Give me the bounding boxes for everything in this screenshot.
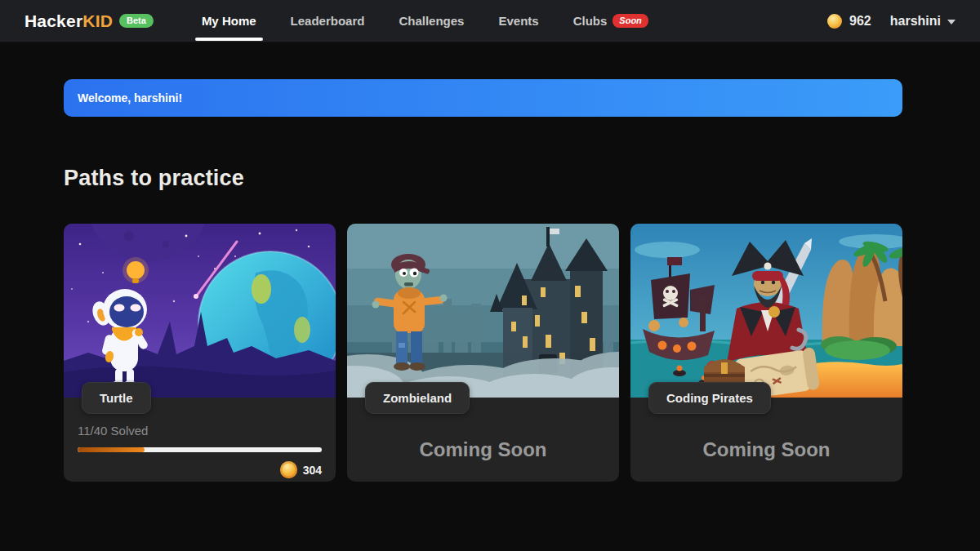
progress-fill [78, 447, 145, 452]
welcome-banner: Welcome, harshini! [64, 79, 902, 117]
zombie-haunted-house-scene [347, 224, 619, 398]
coin-count: 962 [849, 14, 871, 29]
nav-items: My Home Leaderboard Challenges Events Cl… [185, 0, 666, 42]
nav-item-label: My Home [202, 14, 256, 28]
space-robot-scene [64, 224, 336, 398]
card-turtle[interactable]: Turtle 11/40 Solved 304 [64, 224, 336, 482]
logo-text-accent: KID [82, 11, 113, 30]
card-body: Coming Soon [630, 414, 902, 482]
card-body: 11/40 Solved 304 [64, 414, 336, 490]
username: harshini [890, 14, 941, 29]
logo-text-primary: Hacker [24, 11, 82, 30]
paths-card-row: Turtle 11/40 Solved 304 [64, 224, 902, 482]
nav-item-my-home[interactable]: My Home [185, 0, 274, 42]
nav-item-challenges[interactable]: Challenges [381, 0, 481, 42]
card-title-badge: Turtle [82, 382, 151, 414]
navbar-right: 962 harshini [827, 14, 956, 29]
turtle-illustration [64, 224, 336, 398]
card-coding-pirates[interactable]: Coding Pirates Coming Soon [630, 224, 902, 482]
coding-pirates-illustration [630, 224, 902, 398]
coming-soon-label: Coming Soon [703, 438, 831, 461]
beta-badge: Beta [119, 14, 154, 28]
nav-item-events[interactable]: Events [481, 0, 555, 42]
reward-row: 304 [78, 461, 322, 478]
main-content: Welcome, harshini! Paths to practice [0, 79, 980, 482]
coin-icon [280, 461, 297, 478]
card-title-badge: Zombieland [365, 382, 470, 414]
page-title: Paths to practice [64, 166, 980, 191]
nav-item-clubs[interactable]: Clubs Soon [556, 0, 666, 42]
hackerkid-logo[interactable]: HackerKID Beta [24, 11, 154, 31]
nav-item-label: Challenges [399, 14, 464, 28]
nav-item-label: Leaderboard [291, 14, 365, 28]
coming-soon-label: Coming Soon [420, 438, 547, 461]
zombieland-illustration [347, 224, 619, 398]
welcome-banner-text: Welcome, harshini! [78, 91, 182, 104]
progress-bar [78, 447, 322, 452]
user-menu[interactable]: harshini [890, 14, 956, 29]
caret-down-icon [947, 20, 956, 24]
nav-item-label: Events [498, 14, 538, 28]
pirate-island-scene [630, 224, 902, 398]
solved-count: 11/40 Solved [78, 424, 322, 438]
coin-reward: 304 [303, 464, 322, 477]
coin-icon [827, 14, 842, 29]
card-body: Coming Soon [347, 414, 619, 482]
card-zombieland[interactable]: Zombieland Coming Soon [347, 224, 619, 482]
card-title-badge: Coding Pirates [648, 382, 771, 414]
nav-item-leaderboard[interactable]: Leaderboard [274, 0, 382, 42]
soon-badge: Soon [612, 14, 648, 28]
top-navbar: HackerKID Beta My Home Leaderboard Chall… [0, 0, 980, 42]
nav-item-label: Clubs [573, 14, 608, 28]
